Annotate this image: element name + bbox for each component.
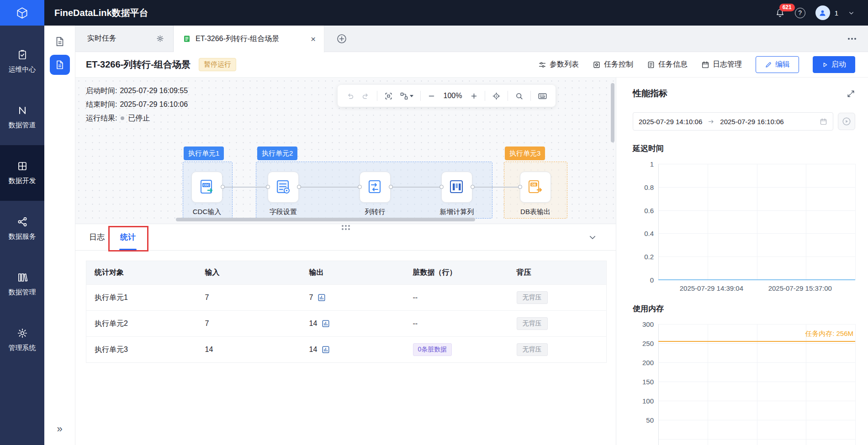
end-time-value: 2025-07-29 16:10:06: [120, 100, 188, 109]
sidebar-item-label: 数据管理: [9, 288, 36, 297]
memory-chart: 300 250 200 150 100 50 任务内存: 256M: [658, 324, 855, 445]
date-range-picker[interactable]: 2025-07-29 14:10:06 2025-07-29 16:10:06: [633, 112, 833, 131]
help-button[interactable]: ?: [795, 8, 805, 18]
node-label: CDC输入: [180, 208, 234, 216]
y-axis-tick: 0.6: [629, 206, 654, 214]
backpressure-badge: 无背压: [517, 317, 548, 330]
task-info-button[interactable]: 任务信息: [647, 60, 688, 69]
user-avatar[interactable]: [815, 5, 830, 20]
active-task-doc-button[interactable]: [50, 55, 70, 75]
group-tag-unit2[interactable]: 执行单元2: [257, 147, 297, 160]
y-axis-tick: 0.2: [629, 253, 654, 261]
calc-column-icon: [448, 178, 466, 196]
pipeline-icon: [17, 105, 28, 116]
connector-style-button[interactable]: [400, 92, 413, 100]
sidebar-item-data-pipeline[interactable]: 数据管道: [0, 89, 44, 145]
memory-series-line: [658, 341, 855, 342]
plus-icon: [470, 92, 478, 100]
cube-icon: [16, 7, 28, 19]
output-chart-button[interactable]: [322, 346, 330, 354]
output-chart-button[interactable]: [322, 319, 330, 328]
table-header-cell: 输入: [197, 261, 301, 285]
edge-cdc-to-field: [224, 187, 268, 188]
input-cell: 7: [197, 311, 301, 337]
panel-collapse-button[interactable]: [588, 233, 597, 241]
sidebar-item-data-service[interactable]: 数据服务: [0, 201, 44, 257]
sidebar-item-ops-center[interactable]: 运维中心: [0, 34, 44, 89]
port: [297, 185, 301, 189]
column-to-row-icon: [366, 178, 384, 196]
undo-button[interactable]: [346, 92, 355, 100]
zoom-out-button[interactable]: [428, 92, 435, 100]
log-management-button[interactable]: 日志管理: [701, 60, 742, 69]
chevron-down-icon: [848, 10, 854, 16]
flow-canvas[interactable]: 启动时间:2025-07-29 16:09:55 结束时间:2025-07-29…: [75, 78, 616, 224]
double-chevron-right-icon: »: [57, 423, 62, 435]
input-cell: 7: [197, 285, 301, 311]
tab-stats[interactable]: 统计: [120, 224, 136, 250]
app-logo[interactable]: [0, 0, 44, 26]
tabbar-more-button[interactable]: [848, 38, 856, 40]
zoom-in-button[interactable]: [470, 92, 478, 100]
node-cdc-input[interactable]: CDC: [191, 172, 222, 203]
panel-drag-handle[interactable]: [342, 225, 350, 230]
stats-table: 统计对象 输入 输出 脏数据（行） 背压 执行单元1 7: [86, 261, 607, 363]
params-list-button[interactable]: 参数列表: [538, 60, 579, 69]
tab-settings-gear-icon[interactable]: [156, 35, 164, 42]
dirty-data-badge[interactable]: 0条脏数据: [413, 343, 452, 356]
fit-view-button[interactable]: [384, 92, 393, 100]
help-icon: ?: [798, 9, 802, 16]
y-axis-tick: 250: [629, 340, 654, 347]
add-tab-button[interactable]: [336, 33, 347, 44]
user-menu-chevron[interactable]: [848, 10, 854, 16]
node-db-table-output[interactable]: DB: [520, 172, 551, 203]
edit-button[interactable]: 编辑: [756, 56, 799, 73]
locate-button[interactable]: [492, 92, 501, 100]
panel-expand-button[interactable]: [847, 89, 855, 98]
redo-button[interactable]: [361, 92, 370, 100]
table-header-cell: 背压: [508, 261, 607, 285]
output-chart-button[interactable]: [318, 293, 326, 302]
search-button[interactable]: [515, 92, 524, 100]
group-tag-unit1[interactable]: 执行单元1: [184, 147, 224, 160]
cdc-input-icon: CDC: [198, 178, 216, 196]
tab-logs[interactable]: 日志: [89, 224, 105, 250]
latency-series-line: [658, 279, 855, 280]
bar-chart-icon: [322, 319, 330, 328]
sidebar-item-label: 数据管道: [9, 121, 36, 130]
table-header-cell: 统计对象: [86, 261, 197, 285]
tab-label: ET-3266-列转行-组合场景: [196, 34, 279, 44]
vertical-scrollbar[interactable]: [611, 83, 614, 142]
node-column-to-row[interactable]: [360, 172, 391, 203]
notifications-button[interactable]: 621: [775, 8, 785, 18]
sidebar-item-label: 数据服务: [9, 232, 36, 241]
tab-current-task[interactable]: ET-3266-列转行-组合场景 ×: [174, 26, 324, 52]
tab-realtime-tasks[interactable]: 实时任务: [75, 26, 174, 52]
task-control-label: 任务控制: [604, 60, 633, 69]
sidebar-item-system-mgmt[interactable]: 管理系统: [0, 312, 44, 368]
start-button[interactable]: 启动: [813, 56, 855, 73]
node-add-calc-column[interactable]: [441, 172, 472, 203]
task-title-row: ET-3266-列转行-组合场景 暂停运行 参数列表 任务控制 任务信息: [75, 52, 868, 78]
task-list-button[interactable]: [54, 36, 66, 47]
group-tag-unit3[interactable]: 执行单元3: [505, 147, 545, 160]
run-result-value: 已停止: [128, 114, 150, 123]
sidebar-item-data-dev[interactable]: 数据开发: [0, 145, 44, 201]
output-value: 14: [309, 346, 318, 354]
shortcut-keys-button[interactable]: [538, 91, 547, 101]
port: [358, 185, 362, 189]
app-title: FineDataLink数据平台: [54, 7, 148, 19]
node-label: 列转行: [348, 208, 402, 216]
node-field-settings[interactable]: [268, 172, 299, 203]
horizontal-scrollbar[interactable]: [176, 218, 475, 221]
sidebar-item-data-mgmt[interactable]: 数据管理: [0, 257, 44, 312]
sidebar-expand-button[interactable]: »: [57, 423, 62, 435]
svg-text:DB: DB: [532, 183, 536, 186]
ops-center-icon: [17, 49, 28, 60]
tab-bar: 实时任务 ET-3266-列转行-组合场景 ×: [75, 26, 868, 52]
refresh-play-button[interactable]: [838, 113, 855, 130]
zoom-level: 100%: [442, 92, 463, 100]
task-actions: 参数列表 任务控制 任务信息 日志管理: [538, 56, 855, 73]
tab-close-button[interactable]: ×: [311, 35, 316, 43]
task-control-button[interactable]: 任务控制: [593, 60, 633, 69]
